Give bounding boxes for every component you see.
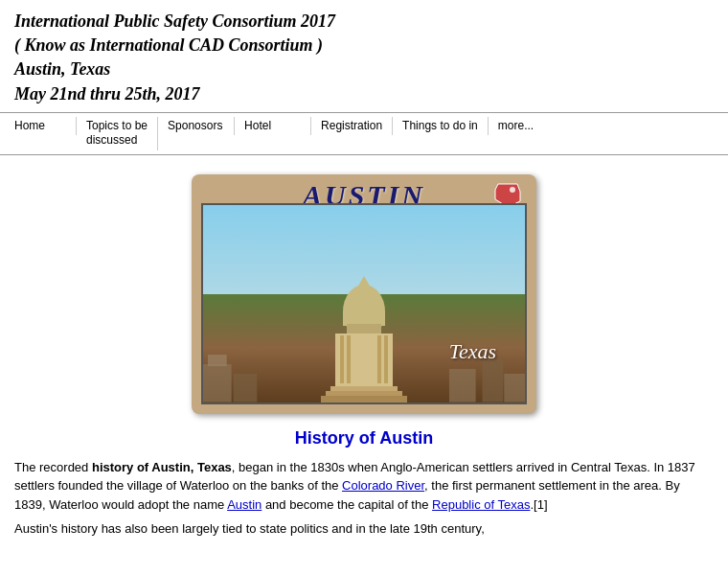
svg-rect-3 [343,311,385,326]
austin-image-container: AUSTIN [14,174,714,414]
nav-sponsors[interactable]: Sponosors [158,117,235,136]
page-header: International Public Safety Consortium 2… [0,0,728,112]
main-content: AUSTIN [0,155,728,548]
nav-registration[interactable]: Registration [311,117,393,136]
nav-things-to-do[interactable]: Things to do in [393,117,489,136]
header-line4: May 21nd thru 25th, 2017 [14,82,714,106]
austin-postcard: AUSTIN [192,174,536,414]
svg-rect-20 [504,374,525,402]
svg-rect-16 [208,355,227,366]
history-paragraph: The recorded history of Austin, Texas, b… [14,458,714,539]
nav-hotel[interactable]: Hotel [235,117,311,136]
nav-topics[interactable]: Topics to bediscussed [77,117,158,150]
header-line2: ( Know as International CAD Consortium ) [14,34,714,58]
link-austin[interactable]: Austin [227,497,262,512]
svg-rect-19 [483,359,504,402]
link-republic-of-texas[interactable]: Republic of Texas [432,497,530,512]
header-line1: International Public Safety Consortium 2… [14,10,714,34]
link-colorado-river[interactable]: Colorado River [342,478,424,493]
austin-photo: Texas [201,203,527,404]
history-paragraph2: Austin's history has also been largely t… [14,519,714,539]
history-title: History of Austin [14,428,714,448]
header-line3: Austin, Texas [14,58,714,81]
svg-rect-18 [449,369,476,402]
texas-subtitle-text: Texas [449,339,496,364]
svg-rect-15 [203,364,232,402]
city-buildings [203,326,525,402]
nav-home[interactable]: Home [0,117,77,136]
svg-rect-17 [234,374,258,402]
svg-marker-6 [357,276,371,288]
nav-more[interactable]: more... [489,117,565,136]
navigation: Home Topics to bediscussed Sponosors Hot… [0,112,728,155]
svg-point-1 [510,187,515,193]
